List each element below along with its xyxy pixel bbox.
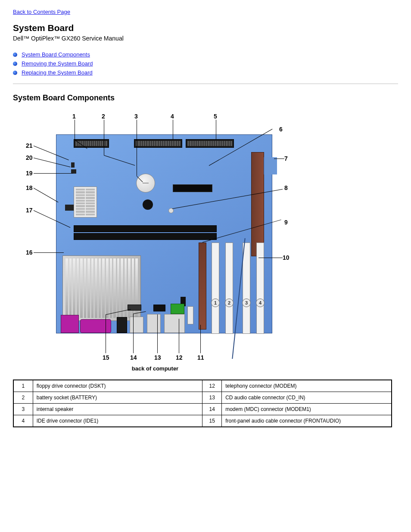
page-title: System Board (13, 23, 398, 33)
pci-label-1: 1 (211, 299, 220, 307)
toc-link-removing[interactable]: Removing the System Board (22, 60, 93, 67)
cell-num: 2 (13, 392, 33, 404)
lead-line (137, 120, 137, 176)
cell-num: 3 (13, 404, 33, 415)
cell-num: 15 (202, 415, 222, 427)
audio-jack-green (171, 304, 184, 314)
callout-14: 14 (130, 354, 137, 361)
callout-21: 21 (26, 142, 33, 149)
lead-line (216, 120, 216, 140)
pci-label-2: 2 (225, 299, 234, 307)
bullet-icon (13, 71, 17, 75)
agp-slot (199, 243, 206, 330)
cell-desc: IDE drive connector (IDE1) (33, 415, 202, 427)
callout-10: 10 (283, 254, 290, 261)
lead-line (179, 319, 179, 353)
front-panel-header (173, 184, 212, 192)
back-to-contents-link[interactable]: Back to Contents Page (13, 9, 70, 15)
pci-slot-1 (212, 243, 219, 334)
lead-line (258, 258, 283, 258)
components-table: 1 floppy drive connector (DSKT) 12 telep… (13, 380, 392, 427)
callout-5: 5 (214, 113, 217, 120)
nic-port (130, 317, 143, 333)
pci-slot-3 (243, 243, 250, 334)
table-row: 2 battery socket (BATTERY) 13 CD audio c… (13, 392, 392, 404)
callout-16: 16 (26, 249, 33, 256)
battery-socket (136, 174, 155, 193)
callout-9: 9 (284, 219, 288, 226)
internal-speaker (143, 199, 153, 210)
cell-desc: telephony connector (MODEM) (222, 380, 392, 392)
motherboard-diagram: 1 2 3 4 (17, 109, 293, 363)
diagram-caption: back of computer (17, 365, 293, 372)
table-row: 3 internal speaker 14 modem (MDC) connec… (13, 404, 392, 415)
callout-11: 11 (197, 354, 204, 361)
lead-line (34, 252, 64, 253)
callout-13: 13 (154, 354, 161, 361)
usb-stack (117, 317, 127, 333)
cell-desc: modem (MDC) connector (MODEM1) (222, 404, 392, 415)
lead-line (133, 314, 134, 353)
riser-card-area (264, 157, 277, 174)
ide2-connector (186, 139, 234, 148)
callout-4: 4 (171, 113, 174, 120)
callout-15: 15 (103, 354, 109, 361)
memory-slot-2 (74, 233, 217, 240)
rtc-reset-jumper (71, 162, 75, 168)
callout-20: 20 (26, 154, 33, 161)
cpu-heatsink (62, 255, 141, 321)
lead-line (34, 173, 73, 174)
rear-io-panel (61, 316, 199, 333)
parallel-port (80, 319, 111, 333)
cell-num: 4 (13, 415, 33, 427)
toc-link-replacing[interactable]: Replacing the System Board (22, 69, 93, 76)
aux-power-header (65, 205, 74, 211)
lead-line (34, 188, 59, 202)
cd-in-connector (153, 305, 165, 311)
table-row: 4 IDE drive connector (IDE1) 15 front-pa… (13, 415, 392, 427)
ps2-port (61, 315, 79, 333)
table-row: 1 floppy drive connector (DSKT) 12 telep… (13, 380, 392, 392)
lead-line (157, 314, 158, 353)
toc-list: System Board Components Removing the Sys… (13, 51, 398, 76)
cell-desc: floppy drive connector (DSKT) (33, 380, 202, 392)
section-heading: System Board Components (13, 93, 398, 103)
cell-desc: front-panel audio cable connector (FRONT… (222, 415, 392, 427)
bullet-icon (13, 62, 17, 66)
pci-label-3: 3 (242, 299, 251, 307)
cell-num: 12 (202, 380, 222, 392)
lead-line (274, 159, 284, 159)
ide1-connector (134, 139, 182, 148)
callout-8: 8 (284, 184, 288, 191)
board-outline: 1 2 3 4 (56, 134, 272, 333)
cell-desc: battery socket (BATTERY) (33, 392, 202, 404)
toc-link-components[interactable]: System Board Components (22, 51, 90, 58)
callout-3: 3 (134, 113, 138, 120)
callout-1: 1 (72, 113, 76, 120)
audio-stack-2 (164, 314, 185, 333)
pci-slot-2 (225, 243, 233, 334)
cell-num: 14 (202, 404, 222, 415)
callout-18: 18 (26, 184, 33, 191)
riser-slot (251, 152, 264, 256)
power-connector (74, 187, 97, 218)
lead-line (104, 120, 104, 155)
callout-17: 17 (26, 207, 33, 214)
cell-desc: internal speaker (33, 404, 202, 415)
memory-slot-1 (74, 225, 217, 232)
callout-6: 6 (279, 126, 283, 133)
callout-2: 2 (102, 113, 105, 120)
lead-line (173, 120, 173, 140)
cell-desc: CD audio cable connector (CD_IN) (222, 392, 392, 404)
audio-stack (147, 314, 161, 333)
page-subtitle: Dell™ OptiPlex™ GX260 Service Manual (13, 35, 398, 42)
lead-line (106, 314, 106, 353)
cell-num: 1 (13, 380, 33, 392)
callout-7: 7 (284, 155, 288, 162)
pci-slot-4 (256, 243, 264, 334)
section-divider (13, 84, 398, 84)
bullet-icon (13, 53, 17, 57)
cell-num: 13 (202, 392, 222, 404)
lead-line (75, 120, 75, 140)
callout-12: 12 (176, 354, 183, 361)
